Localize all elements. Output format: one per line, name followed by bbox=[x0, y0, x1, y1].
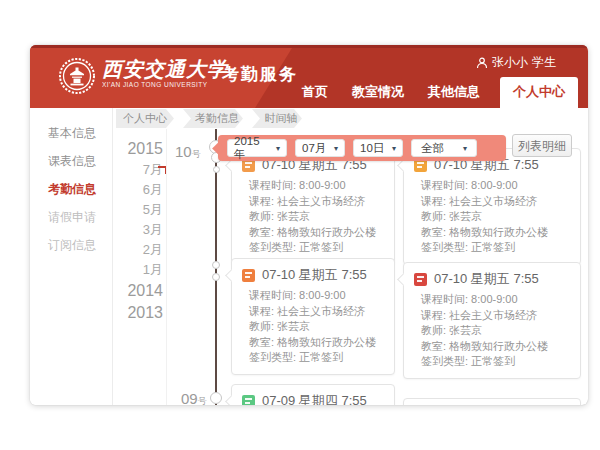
card-field: 课程: 社会主义市场经济 bbox=[249, 194, 384, 210]
month-item[interactable]: 6月 bbox=[123, 180, 163, 200]
day-dropdown-value: 10日 bbox=[360, 141, 384, 156]
sidebar-item-subscription[interactable]: 订阅信息 bbox=[30, 231, 112, 259]
card-field: 课程: 社会主义市场经济 bbox=[249, 304, 384, 320]
timeline-node bbox=[210, 392, 222, 404]
chevron-down-icon: ▾ bbox=[276, 144, 280, 153]
header-top-strip bbox=[30, 45, 588, 48]
page-background: 西安交通大学 XI'AN JIAO TONG UNIVERSITY 考勤服务 张… bbox=[0, 0, 600, 450]
day-number: 10 bbox=[175, 143, 192, 160]
sidebar-item-basic-info[interactable]: 基本信息 bbox=[30, 119, 112, 147]
sidebar-item-schedule[interactable]: 课表信息 bbox=[30, 147, 112, 175]
filter-bar: 2015年 ▾ 07月 ▾ 10日 ▾ 全部 ▾ bbox=[218, 135, 506, 161]
attendance-card bbox=[403, 398, 581, 405]
card-field: 课程时间: 8:00-9:00 bbox=[421, 292, 570, 308]
card-field: 教师: 张芸京 bbox=[421, 209, 570, 225]
card-field: 课程: 社会主义市场经济 bbox=[421, 194, 570, 210]
card-field: 教室: 格物致知行政办公楼 bbox=[249, 225, 384, 241]
card-field: 教师: 张芸京 bbox=[421, 323, 570, 339]
year-item[interactable]: 2015 bbox=[123, 138, 163, 160]
card-field: 课程时间: 8:00-9:00 bbox=[249, 288, 384, 304]
calendar-icon bbox=[414, 273, 427, 286]
timeline-year-nav: 2015 7月 6月 5月 3月 2月 1月 2014 2013 bbox=[123, 138, 163, 324]
list-detail-button[interactable]: 列表明细 bbox=[512, 134, 572, 157]
app-title: 考勤服务 bbox=[222, 63, 298, 86]
calendar-icon bbox=[242, 269, 255, 282]
chevron-down-icon: ▾ bbox=[463, 144, 467, 153]
sidebar-item-leave-request[interactable]: 请假申请 bbox=[30, 203, 112, 231]
day-suffix: 号 bbox=[198, 396, 207, 405]
nav-item-home[interactable]: 首页 bbox=[298, 83, 332, 108]
timeline-node bbox=[212, 261, 220, 269]
user-role: 学生 bbox=[532, 54, 556, 71]
chevron-down-icon: ▾ bbox=[334, 144, 338, 153]
card-field: 签到类型: 正常签到 bbox=[421, 240, 570, 256]
timeline-node bbox=[213, 166, 220, 173]
app-window: 西安交通大学 XI'AN JIAO TONG UNIVERSITY 考勤服务 张… bbox=[30, 45, 588, 405]
sidebar: 基本信息 课表信息 考勤信息 请假申请 订阅信息 bbox=[30, 108, 113, 405]
university-name-en: XI'AN JIAO TONG UNIVERSITY bbox=[102, 80, 228, 89]
breadcrumb-personal-center[interactable]: 个人中心 bbox=[116, 109, 180, 128]
card-date: 07-10 星期五 7:55 bbox=[262, 266, 367, 284]
breadcrumb: 个人中心 考勤信息 时间轴 bbox=[116, 109, 308, 128]
year-dropdown[interactable]: 2015年 ▾ bbox=[227, 139, 287, 157]
card-body: 课程时间: 8:00-9:00 课程: 社会主义市场经济 教师: 张芸京 教室:… bbox=[404, 177, 580, 264]
card-header: 07-09 星期四 7:55 bbox=[232, 385, 394, 405]
year-nav-divider bbox=[166, 129, 167, 405]
timeline-node bbox=[212, 273, 220, 281]
day-marker-09: 09号 bbox=[181, 390, 207, 405]
card-field: 签到类型: 正常签到 bbox=[249, 350, 384, 366]
type-dropdown[interactable]: 全部 ▾ bbox=[411, 139, 477, 157]
chevron-down-icon: ▾ bbox=[392, 144, 396, 153]
calendar-icon bbox=[242, 395, 255, 406]
card-field: 签到类型: 正常签到 bbox=[421, 354, 570, 370]
card-body: 课程时间: 8:00-9:00 课程: 社会主义市场经济 教师: 张芸京 教室:… bbox=[232, 177, 394, 264]
breadcrumb-timeline[interactable]: 时间轴 bbox=[252, 109, 308, 128]
day-suffix: 号 bbox=[192, 149, 201, 159]
attendance-card: 07-10 星期五 7:55 课程时间: 8:00-9:00 课程: 社会主义市… bbox=[231, 258, 395, 375]
user-name: 张小小 bbox=[492, 54, 528, 71]
card-body: 课程时间: 8:00-9:00 课程: 社会主义市场经济 教师: 张芸京 教室:… bbox=[232, 287, 394, 374]
month-dropdown-value: 07月 bbox=[302, 141, 326, 156]
university-seal-logo bbox=[58, 57, 96, 95]
year-dropdown-value: 2015年 bbox=[234, 135, 271, 162]
card-date: 07-09 星期四 7:55 bbox=[262, 392, 367, 405]
card-field: 教室: 格物致知行政办公楼 bbox=[421, 339, 570, 355]
day-marker-10: 10号 bbox=[175, 143, 201, 161]
main-nav: 首页 教室情况 其他信息 个人中心 bbox=[298, 77, 578, 108]
attendance-card: 07-10 星期五 7:55 课程时间: 8:00-9:00 课程: 社会主义市… bbox=[403, 262, 581, 379]
university-name-cn: 西安交通大学 bbox=[102, 58, 228, 80]
nav-item-classrooms[interactable]: 教室情况 bbox=[348, 83, 408, 108]
year-item[interactable]: 2014 bbox=[123, 280, 163, 302]
breadcrumb-attendance[interactable]: 考勤信息 bbox=[183, 109, 249, 128]
day-number: 09 bbox=[181, 390, 198, 405]
month-item[interactable]: 2月 bbox=[123, 240, 163, 260]
app-header: 西安交通大学 XI'AN JIAO TONG UNIVERSITY 考勤服务 张… bbox=[30, 45, 588, 108]
card-body: 课程时间: 8:00-9:00 课程: 社会主义市场经济 教师: 张芸京 教室:… bbox=[404, 291, 580, 378]
card-header: 07-10 星期五 7:55 bbox=[232, 259, 394, 287]
university-title: 西安交通大学 XI'AN JIAO TONG UNIVERSITY bbox=[102, 58, 228, 89]
year-item[interactable]: 2013 bbox=[123, 302, 163, 324]
card-field: 教室: 格物致知行政办公楼 bbox=[421, 225, 570, 241]
attendance-card: 07-09 星期四 7:55 bbox=[231, 384, 395, 405]
month-item[interactable]: 7月 bbox=[123, 160, 163, 180]
sidebar-item-attendance[interactable]: 考勤信息 bbox=[30, 175, 112, 203]
month-dropdown[interactable]: 07月 ▾ bbox=[295, 139, 345, 157]
attendance-card: 07-10 星期五 7:55 课程时间: 8:00-9:00 课程: 社会主义市… bbox=[231, 148, 395, 265]
type-dropdown-value: 全部 bbox=[421, 141, 444, 156]
card-field: 教师: 张芸京 bbox=[249, 209, 384, 225]
card-field: 课程: 社会主义市场经济 bbox=[421, 308, 570, 324]
card-field: 课程时间: 8:00-9:00 bbox=[421, 178, 570, 194]
nav-item-personal-center[interactable]: 个人中心 bbox=[500, 77, 578, 108]
card-field: 教师: 张芸京 bbox=[249, 319, 384, 335]
user-account[interactable]: 张小小 学生 bbox=[476, 54, 556, 71]
month-item[interactable]: 5月 bbox=[123, 200, 163, 220]
card-field: 签到类型: 正常签到 bbox=[249, 240, 384, 256]
nav-item-other-info[interactable]: 其他信息 bbox=[424, 83, 484, 108]
card-header: 07-10 星期五 7:55 bbox=[404, 263, 580, 291]
card-date: 07-10 星期五 7:55 bbox=[434, 270, 539, 288]
card-field: 课程时间: 8:00-9:00 bbox=[249, 178, 384, 194]
month-item[interactable]: 3月 bbox=[123, 220, 163, 240]
attendance-card: 07-10 星期五 7:55 课程时间: 8:00-9:00 课程: 社会主义市… bbox=[403, 148, 581, 265]
day-dropdown[interactable]: 10日 ▾ bbox=[353, 139, 403, 157]
month-item[interactable]: 1月 bbox=[123, 260, 163, 280]
